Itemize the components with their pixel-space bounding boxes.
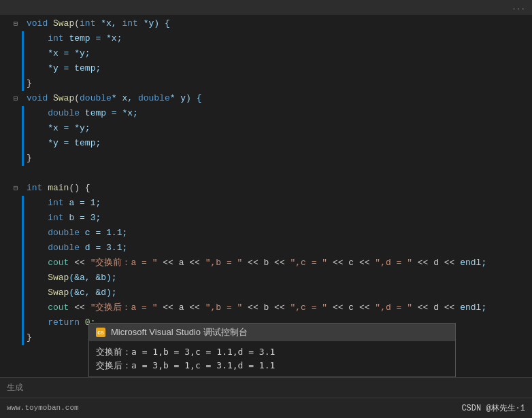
code-line: int b = 3; — [10, 211, 532, 226]
console-panel: CS Microsoft Visual Studio 调试控制台 交换前：a =… — [88, 323, 456, 377]
code-line: double c = 1.1; — [10, 226, 532, 241]
code-line: int a = 1; — [10, 196, 532, 211]
code-line: ⊟void Swap(double* x, double* y) { — [10, 91, 532, 106]
code-line: double d = 3.1; — [10, 241, 532, 256]
watermark: www.toymoban.com — [7, 404, 79, 412]
top-bar-text: ... — [512, 3, 525, 12]
console-icon: CS — [96, 328, 105, 337]
code-line: ⊟void Swap(int *x, int *y) { — [10, 16, 532, 31]
code-line: *x = *y; — [10, 46, 532, 61]
console-output-line-2: 交换后：a = 3,b = 1,c = 3.1,d = 1.1 — [96, 359, 448, 372]
code-line: *y = temp; — [10, 136, 532, 151]
editor-container: ... ⊟void Swap(int *x, int *y) { int tem… — [0, 0, 532, 418]
code-line: } — [10, 76, 532, 91]
status-bottom: www.toymoban.com CSDN @林先生·1 — [0, 398, 532, 418]
console-output-line-1: 交换前：a = 1,b = 3,c = 1.1,d = 3.1 — [96, 345, 448, 359]
code-line: Swap(&a, &b); — [10, 271, 532, 285]
status-left: www.toymoban.com — [7, 404, 79, 412]
code-line: double temp = *x; — [10, 106, 532, 121]
console-title: Microsoft Visual Studio 调试控制台 — [111, 326, 248, 338]
code-line: int temp = *x; — [10, 31, 532, 46]
code-line: cout << "交换前：a = " << a << ",b = " << b … — [10, 256, 532, 271]
top-bar: ... — [0, 0, 532, 15]
code-line: Swap(&c, &d); — [10, 285, 532, 300]
code-line — [10, 166, 532, 181]
code-line: } — [10, 151, 532, 166]
code-line: *x = *y; — [10, 121, 532, 136]
status-label: 生成 — [7, 382, 23, 394]
status-bar: 生成 www.toymoban.com CSDN @林先生·1 — [0, 377, 532, 418]
console-output: 交换前：a = 1,b = 3,c = 1.1,d = 3.1 交换后：a = … — [89, 341, 455, 377]
console-titlebar: CS Microsoft Visual Studio 调试控制台 — [89, 324, 455, 341]
code-line: ⊟int main() { — [10, 181, 532, 196]
code-line: cout << "交换后：a = " << a << ",b = " << b … — [10, 300, 532, 315]
status-row: 生成 — [0, 378, 532, 398]
code-line: *y = temp; — [10, 61, 532, 76]
status-right: CSDN @林先生·1 — [461, 402, 525, 414]
